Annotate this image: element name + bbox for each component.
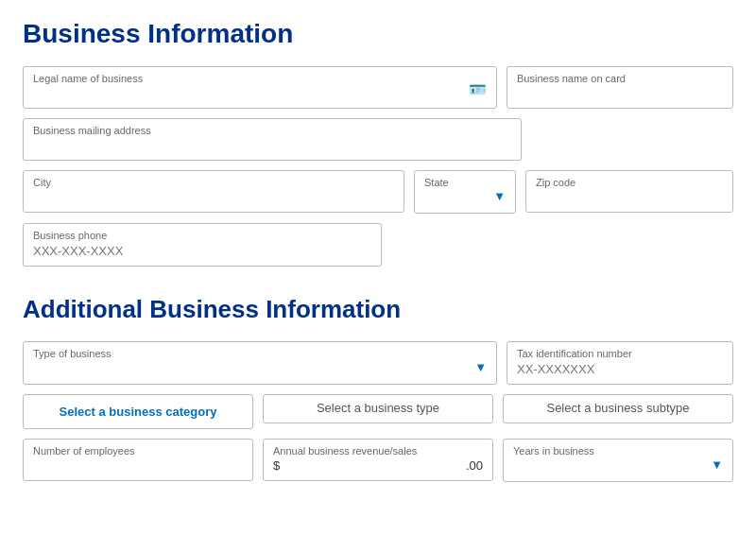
employees-input[interactable] [33,458,243,473]
business-name-card-label: Business name on card [517,73,723,84]
zip-input[interactable] [536,190,723,204]
business-name-card-field[interactable]: Business name on card [507,66,733,109]
mailing-address-group: Business mailing address [23,118,733,161]
revenue-label: Annual business revenue/sales [273,445,483,457]
type-select-wrapper[interactable]: Type of business ▼ [23,341,497,385]
legal-name-label: Legal name of business [33,73,487,84]
row-city-state-zip: City State StateALAKAZARCACOCTDEFLGAHIID… [23,170,733,214]
state-select-wrapper[interactable]: State StateALAKAZARCACOCTDEFLGAHIIDILINI… [414,170,516,214]
dollar-sign: $ [273,458,280,473]
id-card-icon: 🪪 [469,81,487,98]
city-label: City [33,177,394,188]
category-label[interactable]: Select a business category [60,405,217,419]
row-phone: Business phone [23,223,733,267]
phone-input[interactable] [33,244,371,258]
tax-id-input[interactable] [517,362,723,376]
type-of-business-group: Type of business ▼ [23,341,497,385]
row-category-type-subtype: Select a business category Select a busi… [23,394,733,429]
tax-id-field[interactable]: Tax identification number [507,341,733,385]
years-label: Years in business [513,445,702,457]
type-select-field[interactable]: Select a business type [263,394,493,423]
legal-name-input[interactable] [33,86,487,100]
business-info-section: Business Information Legal name of busin… [23,19,733,267]
phone-field[interactable]: Business phone [23,223,382,267]
row-address: Business mailing address [23,118,733,161]
years-chevron-icon: ▼ [711,457,723,472]
employees-group: Number of employees [23,439,253,481]
additional-info-section: Additional Business Information Type of … [23,295,733,482]
employees-label: Number of employees [33,445,243,457]
years-select-wrapper[interactable]: Years in business ▼ [503,439,733,482]
business-name-card-group: Business name on card [507,66,733,109]
state-select[interactable]: StateALAKAZARCACOCTDEFLGAHIIDILINIAKSKYL… [424,191,485,205]
subtype-group: Select a business subtype [503,394,733,423]
tax-label: Tax identification number [517,348,723,359]
row-employees-revenue-years: Number of employees Annual business reve… [23,439,733,482]
row-legal-name: Legal name of business 🪪 Business name o… [23,66,733,109]
category-group: Select a business category [23,394,253,429]
revenue-input[interactable] [284,458,462,473]
type-select-group: Select a business type [263,394,493,423]
legal-name-group: Legal name of business 🪪 [23,66,497,109]
subtype-label: Select a business subtype [546,401,689,415]
type-select-label: Select a business type [317,401,439,415]
state-chevron-icon: ▼ [493,189,506,203]
years-group: Years in business ▼ [503,439,733,482]
tax-id-group: Tax identification number [507,341,733,385]
mailing-address-label: Business mailing address [33,125,511,136]
phone-label: Business phone [33,230,371,241]
subtype-field[interactable]: Select a business subtype [503,394,733,423]
mailing-address-field[interactable]: Business mailing address [23,118,522,161]
revenue-group: Annual business revenue/sales $ .00 [263,439,493,481]
type-select[interactable] [33,362,466,376]
city-group: City [23,170,404,213]
subtitle: Additional Business Information [23,295,733,324]
city-input[interactable] [33,190,394,204]
phone-group: Business phone [23,223,382,267]
legal-name-field[interactable]: Legal name of business 🪪 [23,66,497,109]
page-title: Business Information [23,19,733,49]
cents-label: .00 [466,458,483,473]
business-name-card-input[interactable] [517,86,723,100]
row-type-tax: Type of business ▼ Tax identification nu… [23,341,733,385]
city-field[interactable]: City [23,170,404,213]
years-select[interactable] [513,459,702,474]
zip-group: Zip code [525,170,733,213]
zip-field[interactable]: Zip code [525,170,733,213]
type-chevron-icon: ▼ [474,360,487,374]
category-field[interactable]: Select a business category [23,394,253,429]
state-label: State [424,177,485,188]
zip-label: Zip code [536,177,723,188]
mailing-address-input[interactable] [33,138,511,152]
revenue-field[interactable]: Annual business revenue/sales $ .00 [263,439,493,481]
employees-field[interactable]: Number of employees [23,439,253,481]
state-group: State StateALAKAZARCACOCTDEFLGAHIIDILINI… [414,170,516,214]
type-label: Type of business [33,348,466,359]
